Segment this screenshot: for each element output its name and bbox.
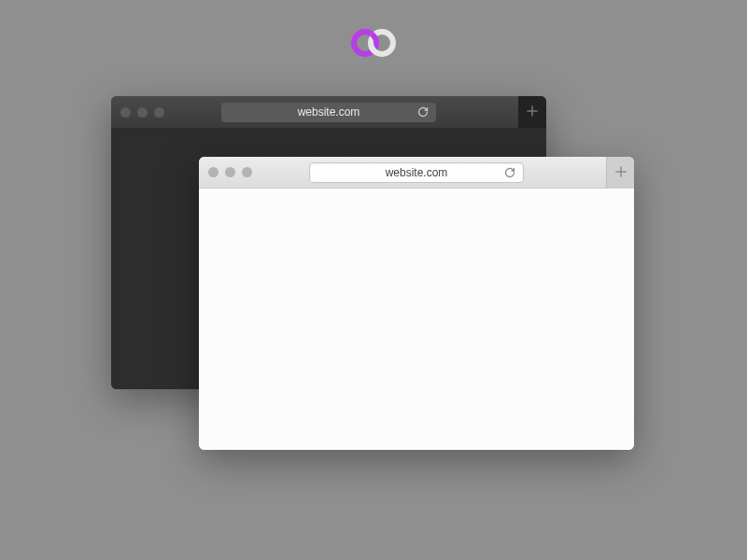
minimize-button[interactable] bbox=[225, 167, 235, 177]
plus-icon bbox=[527, 104, 538, 120]
window-controls bbox=[120, 107, 164, 118]
new-tab-button[interactable] bbox=[606, 157, 634, 189]
page-viewport bbox=[199, 189, 634, 450]
close-button[interactable] bbox=[120, 107, 131, 118]
close-button[interactable] bbox=[208, 167, 218, 177]
url-text: website.com bbox=[298, 105, 360, 119]
address-bar[interactable]: website.com bbox=[309, 162, 524, 183]
reload-icon[interactable] bbox=[417, 106, 429, 118]
url-text: website.com bbox=[386, 166, 448, 179]
window-controls bbox=[208, 167, 252, 177]
maximize-button[interactable] bbox=[242, 167, 252, 177]
toolbar: website.com bbox=[199, 157, 634, 189]
minimize-button[interactable] bbox=[137, 107, 148, 118]
toolbar: website.com bbox=[111, 96, 546, 128]
maximize-button[interactable] bbox=[154, 107, 164, 118]
reload-icon[interactable] bbox=[504, 167, 515, 178]
browser-window-light: website.com bbox=[199, 157, 634, 450]
logo bbox=[347, 26, 400, 63]
plus-icon bbox=[615, 164, 627, 181]
interlocking-rings-icon bbox=[347, 26, 400, 60]
address-bar[interactable]: website.com bbox=[221, 102, 436, 122]
new-tab-button[interactable] bbox=[518, 96, 546, 128]
